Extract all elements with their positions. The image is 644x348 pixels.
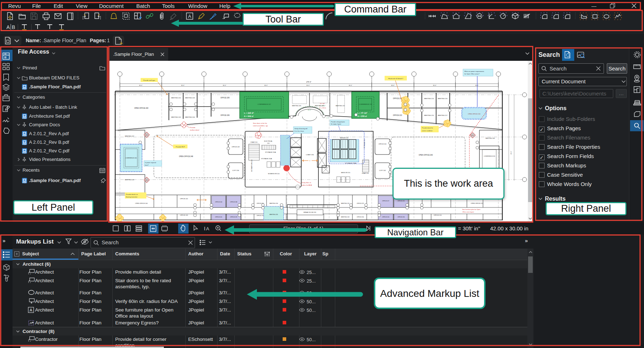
svg-text:MEETING 208: MEETING 208 [315, 105, 324, 107]
svg-text:MEETING 264: MEETING 264 [486, 137, 495, 139]
svg-text:A: A [6, 24, 10, 30]
svg-text:CONFERENCE 211: CONFERENCE 211 [359, 103, 372, 105]
svg-text:30'-0": 30'-0" [223, 85, 226, 86]
svg-text:W-1: W-1 [471, 134, 474, 136]
svg-text:30'-0": 30'-0" [181, 85, 185, 86]
svg-text:L = 77'-10": L = 77'-10" [357, 112, 367, 114]
svg-text:OPEN OFFICE 200: OPEN OFFICE 200 [134, 107, 148, 109]
svg-text:CONFERENCE 246: CONFERENCE 246 [125, 157, 137, 159]
svg-text:A: A [30, 308, 33, 312]
svg-text:OFFICE 213: OFFICE 213 [393, 114, 402, 116]
svg-text:29'-6": 29'-6" [511, 151, 512, 155]
svg-text:OFFICE 226: OFFICE 226 [397, 216, 405, 218]
svg-text:PDF: PDF [23, 134, 27, 137]
svg-text:Verify 60in clr.: Verify 60in clr. [302, 182, 311, 183]
svg-text:MEETING 232: MEETING 232 [341, 216, 349, 218]
svg-text:MEETING 214: MEETING 214 [424, 98, 434, 99]
svg-text:Provide wall type: Provide wall type [143, 79, 155, 81]
svg-text:OFFICE 230: OFFICE 230 [357, 216, 364, 218]
svg-text:OPEN OFFICE 263: OPEN OFFICE 263 [419, 154, 433, 156]
svg-text:= 30ft' in": = 30ft' in" [458, 225, 480, 231]
svg-text:OFFICE 261: OFFICE 261 [379, 143, 387, 145]
svg-text:MEETING 203: MEETING 203 [185, 97, 195, 99]
svg-text:corner condition: corner condition [422, 130, 433, 132]
svg-text:W-1: W-1 [145, 179, 148, 181]
svg-text:OPEN OFFICE 244: OPEN OFFICE 244 [135, 202, 148, 204]
svg-text:A: A [206, 226, 209, 231]
svg-text:PDF: PDF [23, 117, 27, 119]
svg-text:OFFICE 243: OFFICE 243 [180, 214, 188, 216]
svg-text:A = 378 sf: A = 378 sf [357, 115, 367, 117]
svg-text:OPEN OFFICE 218: OPEN OFFICE 218 [468, 113, 481, 115]
svg-text:A = 649 sf: A = 649 sf [244, 115, 253, 117]
svg-text:MEETING 206: MEETING 206 [292, 105, 301, 107]
svg-text:OFFICE 249: OFFICE 249 [231, 146, 240, 148]
svg-text:30'-0": 30'-0" [264, 85, 268, 86]
svg-text:W-1: W-1 [145, 134, 148, 136]
svg-text:Stair doors to be fire: Stair doors to be fire [253, 122, 267, 124]
svg-text:OFFICE 238: OFFICE 238 [230, 201, 237, 203]
svg-text:BREAK ROOM 233: BREAK ROOM 233 [304, 211, 317, 213]
svg-text:MEETING 234: MEETING 234 [269, 203, 278, 204]
svg-text:MEETING 217: MEETING 217 [438, 114, 448, 116]
svg-text:MEETING 216: MEETING 216 [438, 98, 448, 99]
svg-text:flooring transition: flooring transition [126, 196, 138, 198]
svg-text:30'-0": 30'-0" [306, 85, 310, 86]
svg-text:STAIR 259: STAIR 259 [362, 172, 369, 174]
svg-text:OFFICE 206: OFFICE 206 [220, 114, 230, 116]
svg-text:23'-2": 23'-2" [308, 109, 311, 111]
svg-text:OFFICE 237: OFFICE 237 [257, 215, 264, 216]
svg-text:OFFICE 239: OFFICE 239 [230, 216, 237, 218]
svg-text:radius for ADA: radius for ADA [302, 184, 312, 186]
svg-text:OFFICE 205: OFFICE 205 [220, 97, 230, 99]
svg-text:OFFICE 240: OFFICE 240 [215, 201, 222, 203]
svg-text:CONFERENCE 207: CONFERENCE 207 [258, 103, 271, 105]
svg-text:JS: JS [5, 277, 8, 279]
svg-text:rated assemblies, typ: rated assemblies, typ [253, 125, 268, 127]
svg-text:B: B [12, 24, 15, 30]
svg-text:30'-0": 30'-0" [391, 85, 395, 86]
svg-text:for Open Office areas?: for Open Office areas? [464, 73, 480, 75]
svg-text:Office area layout: Office area layout [462, 211, 474, 213]
svg-text:Provide details on: Provide details on [126, 193, 138, 195]
svg-text:OFFICE 241: OFFICE 241 [215, 216, 222, 218]
svg-text:CONFERENCE 265: CONFERENCE 265 [484, 156, 495, 157]
svg-text:PDF: PDF [23, 88, 27, 90]
svg-text:42.00 x 30.00 in: 42.00 x 30.00 in [490, 225, 528, 231]
svg-text:MEETING 201: MEETING 201 [171, 97, 181, 99]
svg-text:What are power requirements: What are power requirements [464, 70, 484, 72]
svg-text:SERVER 231: SERVER 231 [340, 137, 349, 139]
svg-text:3: 3 [5, 265, 6, 268]
svg-text:I: I [204, 225, 205, 231]
svg-text:COPY 262: COPY 262 [379, 170, 386, 171]
svg-text:Head and sill details?: Head and sill details? [388, 78, 403, 79]
svg-text:MEETING 245: MEETING 245 [125, 179, 135, 181]
svg-text:OFFICE 225: OFFICE 225 [397, 200, 405, 202]
svg-text:OFFICE 224: OFFICE 224 [434, 214, 442, 216]
svg-text:Provide detail for: Provide detail for [422, 127, 433, 129]
svg-text:253: 253 [267, 143, 269, 144]
svg-text:OFFICE 220: OFFICE 220 [382, 216, 389, 218]
svg-text:STAIR 251: STAIR 251 [250, 141, 258, 143]
svg-text:L = 106'-9": L = 106'-9" [244, 112, 254, 114]
svg-text:30'-0": 30'-0" [139, 85, 143, 86]
svg-text:here?: here? [145, 164, 149, 166]
svg-text:Verify all ducting will: Verify all ducting will [294, 128, 307, 129]
svg-text:OFFICE 229: OFFICE 229 [357, 203, 364, 204]
svg-text:30'-0": 30'-0" [475, 85, 479, 86]
svg-text:for equip. layout: for equip. layout [331, 123, 341, 125]
svg-text:See furniture plan for Open: See furniture plan for Open [462, 209, 480, 210]
svg-text:D: D [7, 268, 9, 270]
svg-text:STORAGE 254A: STORAGE 254A [261, 158, 272, 160]
svg-text:PDF: PDF [23, 152, 27, 154]
svg-text:Provide: Provide [190, 127, 195, 128]
svg-text:MEN'S RR 255: MEN'S RR 255 [341, 172, 350, 173]
svg-text:30'-0": 30'-0" [349, 85, 352, 86]
svg-text:2'-1": 2'-1" [327, 117, 330, 119]
svg-text:OFFICE 227: OFFICE 227 [382, 200, 389, 202]
svg-text:OPEN OFFICE 248: OPEN OFFICE 248 [179, 156, 193, 157]
svg-text:OFFICE 242: OFFICE 242 [180, 198, 188, 200]
svg-text:Floor Plan (1 of 1): Floor Plan (1 of 1) [283, 226, 323, 231]
svg-text:D = 120 in: D = 120 in [319, 107, 326, 109]
svg-text:MEETING 204: MEETING 204 [185, 116, 195, 118]
